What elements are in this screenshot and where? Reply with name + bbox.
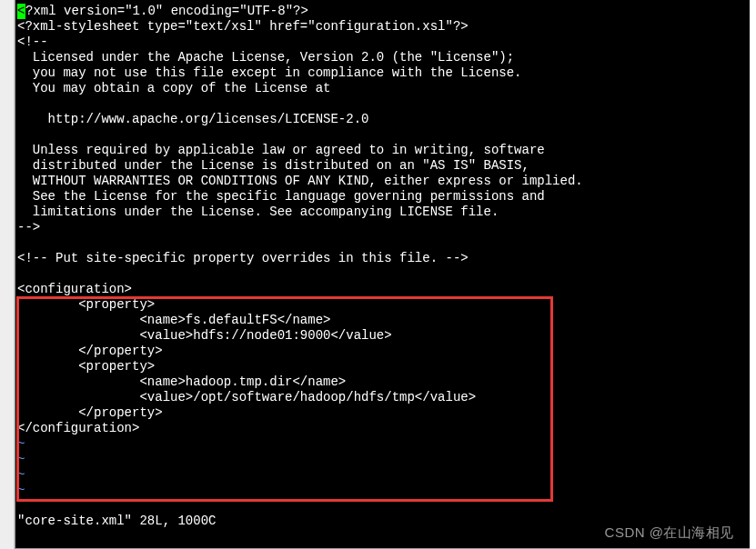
code-line: You may obtain a copy of the License at — [17, 81, 330, 95]
code-line: <name>fs.defaultFS</name> — [17, 313, 330, 327]
code-line: <property> — [17, 359, 155, 374]
tilde-line: ~ — [17, 467, 25, 482]
code-line: <?xml-stylesheet type="text/xsl" href="c… — [17, 19, 469, 34]
code-line: distributed under the License is distrib… — [17, 158, 529, 173]
code-line: <value>/opt/software/hadoop/hdfs/tmp</va… — [17, 390, 476, 404]
terminal-editor[interactable]: <?xml version="1.0" encoding="UTF-8"?> <… — [15, 0, 750, 549]
cursor-icon: < — [17, 4, 25, 19]
code-line: </property> — [17, 405, 163, 420]
code-line: See the License for the specific languag… — [17, 189, 545, 204]
code-line: Unless required by applicable law or agr… — [17, 143, 545, 157]
code-line: <!-- Put site-specific property override… — [17, 251, 469, 265]
code-line: http://www.apache.org/licenses/LICENSE-2… — [17, 112, 368, 126]
code-line: ?xml version="1.0" encoding="UTF-8"?> — [25, 4, 308, 18]
tilde-line: ~ — [17, 436, 25, 451]
tilde-line: ~ — [17, 483, 25, 497]
code-line: you may not use this file except in comp… — [17, 65, 522, 80]
code-line: <!-- — [17, 35, 48, 49]
code-line: </configuration> — [17, 421, 139, 435]
code-line: <configuration> — [17, 282, 132, 296]
code-line: </property> — [17, 344, 163, 358]
code-line: <value>hdfs://node01:9000</value> — [17, 328, 392, 343]
code-line: WITHOUT WARRANTIES OR CONDITIONS OF ANY … — [17, 174, 583, 188]
left-gutter — [0, 0, 15, 549]
code-line: <name>hadoop.tmp.dir</name> — [17, 374, 346, 389]
code-line: limitations under the License. See accom… — [17, 205, 499, 219]
code-line: --> — [17, 220, 40, 235]
status-line: "core-site.xml" 28L, 1000C — [17, 514, 216, 528]
code-line: <property> — [17, 297, 155, 312]
tilde-line: ~ — [17, 452, 25, 466]
code-line: Licensed under the Apache License, Versi… — [17, 50, 514, 65]
watermark: CSDN @在山海相见 — [605, 524, 734, 540]
